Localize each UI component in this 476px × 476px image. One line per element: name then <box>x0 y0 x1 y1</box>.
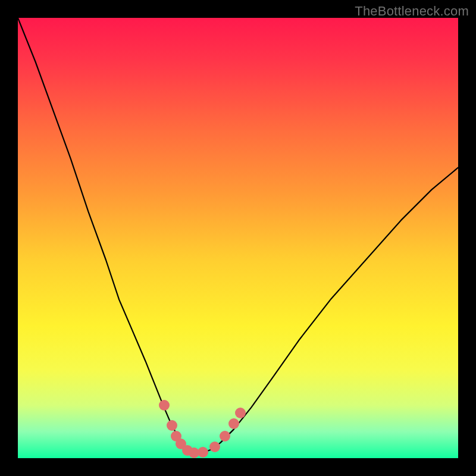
watermark-text: TheBottleneck.com <box>355 4 469 19</box>
curve-marker <box>159 400 170 411</box>
chart-frame: TheBottleneck.com <box>0 0 476 476</box>
curve-marker <box>220 431 230 441</box>
plot-area <box>18 18 458 458</box>
curve-marker <box>235 408 246 418</box>
curve-marker <box>198 447 208 458</box>
curve-marker <box>167 420 177 431</box>
bottleneck-curve <box>18 18 458 458</box>
curve-marker <box>228 418 239 429</box>
curve-marker <box>209 441 220 452</box>
